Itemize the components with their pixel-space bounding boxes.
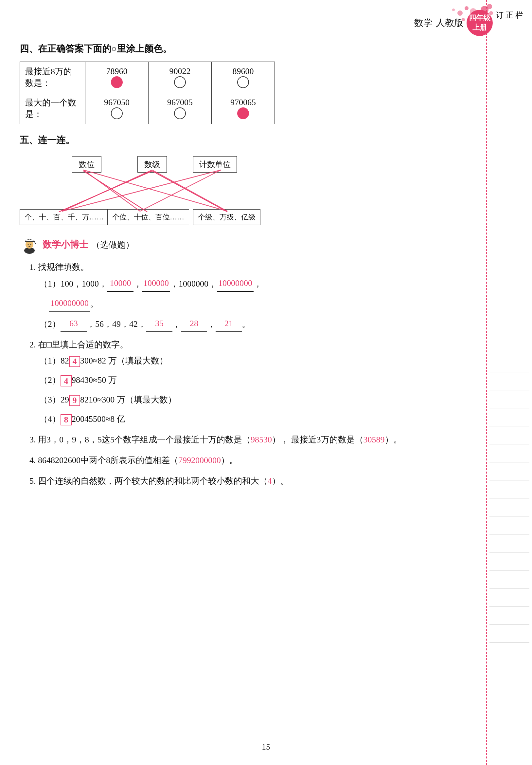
p2s1-text: （1）82 [39,356,69,366]
correction-line [489,336,529,354]
correction-char-1: 订 [496,10,503,20]
section4-title: 四、在正确答案下面的○里涂上颜色。 [20,43,480,55]
correction-line [489,264,529,282]
p3-ans2: 30589 [364,435,385,444]
doctor-section: 数学小博士 （选做题） 1. 找规律填数。 （1）100，1000，10000，… [20,235,480,489]
p3-label4: ）。 [385,435,402,444]
problem2-sub1: （1）824300≈82 万（填最大数） [39,353,480,369]
correction-line [489,588,529,606]
problem1-sub2: （2）63，56，49，42，35，28，21。 [39,316,480,332]
option-90022: 90022 [148,62,212,93]
section5-title: 五、连一连。 [20,134,480,146]
p1s2-mid1: ，56，49，42， [87,319,146,329]
p2s2-box: 4 [61,375,72,386]
p1s2-mid2: ， [172,319,181,329]
p3-label2: ）， [272,435,289,444]
correction-line [489,228,529,246]
connect-box-wide-1: 个、十、百、千、万…… [20,209,109,225]
bottom-box-3: 个级、万级、亿级 [193,209,260,225]
p4-label: 4. 8648202600中两个8所表示的值相差（ [29,455,178,465]
page-header: 数学 人教版 四年级 上册 [414,10,493,36]
section5: 五、连一连。 数位 数级 计数单位 个、十、百、千、万…… 个位、十位、百位…… [20,134,480,228]
grade-line2: 上册 [472,23,487,32]
connect-box-shuwei: 数位 [72,156,102,173]
p1s1-end: 。 [90,299,99,309]
svg-line-22 [34,241,35,243]
option-78960: 78960 [86,62,148,93]
connect-area: 数位 数级 计数单位 个、十、百、千、万…… 个位、十位、百位…… 个级、万级、… [20,153,281,228]
correction-line [489,408,529,426]
circle-filled-1 [111,76,123,88]
circle-empty-1 [174,76,186,88]
correction-line [489,516,529,534]
correction-line [489,318,529,336]
doctor-title: 数学小博士 [43,239,88,251]
correction-line [489,426,529,444]
svg-line-15 [62,170,221,211]
correction-title: 订 正 栏 [487,0,532,27]
svg-line-17 [84,170,227,211]
p2s1-text2: 300≈82 万（填最大数） [80,356,168,366]
correction-line [489,534,529,552]
problem1: 1. 找规律填数。 （1）100，1000，10000，100000，10000… [29,260,480,332]
subject-label: 数学 [414,17,432,29]
p2s4-text2: 20045500≈8 亿 [72,414,125,424]
p1s2-end: 。 [242,319,250,329]
main-content: 四、在正确答案下面的○里涂上颜色。 最接近8万的数是： 78960 90022 … [20,43,480,494]
p2s3-box: 9 [69,395,80,406]
connect-box-jishu: 计数单位 [193,156,237,173]
problem5: 5. 四个连续的自然数，两个较大的数的和比两个较小数的和大（4）。 [29,473,480,489]
option-967005: 967005 [148,93,212,124]
correction-char-3: 栏 [515,10,523,20]
correction-line [489,138,529,156]
p1s1-mid1: ， [133,279,142,289]
page-number: 15 [262,742,270,752]
p1s2-ans2: 35 [146,316,172,332]
p1s2-ans4: 21 [216,316,242,332]
p1s2-ans1: 63 [61,316,87,332]
correction-char-2: 正 [505,10,513,20]
svg-point-24 [28,244,29,245]
p1s1-mid2: ，1000000， [170,279,217,289]
edition-label: 人教版 [436,17,463,29]
table-row-2: 最大的一个数是： 967050 967005 970065 [20,93,275,124]
correction-lines [487,27,532,646]
connect-box-wide-2: 个位、十位、百位…… [107,209,189,225]
correction-line [489,606,529,624]
p2s4-box: 8 [61,414,72,425]
p3-label3: 最接近3万的数是（ [291,435,364,444]
p2s1-box: 4 [69,356,80,367]
svg-line-13 [62,170,152,211]
p1s1-before: （1）100，1000， [39,279,107,289]
problem1-sub1: （1）100，1000，10000，100000，1000000，1000000… [39,275,480,292]
p2s3-text: （3）29 [39,395,69,404]
option-967050: 967050 [86,93,148,124]
p2s3-text2: 8210≈300 万（填最大数） [80,395,176,404]
correction-line [489,84,529,102]
svg-line-12 [84,170,140,211]
correction-column: 订 正 栏 [486,0,532,765]
problem1-sub1-cont: 100000000。 [49,295,480,312]
correction-line [489,444,529,462]
p2s2-text2: 98430≈50 万 [72,375,117,385]
problem2-label: 2. 在□里填上合适的数字。 [29,340,128,350]
correction-line [489,390,529,408]
circle-empty-4 [174,107,186,119]
p1s2-ans3: 28 [181,316,207,332]
p5-label2: ）。 [272,476,289,486]
option-89600: 89600 [212,62,275,93]
top-box-shuwei: 数位 [72,156,102,173]
correction-line [489,300,529,318]
p1s1-ans2: 100000 [142,275,170,292]
correction-line [489,480,529,498]
p2s2-text: （2） [39,375,61,385]
correction-line [489,102,529,120]
connect-box-wide-3: 个级、万级、亿级 [193,209,260,225]
p4-ans: 7992000000 [178,455,221,465]
p4-label2: ）。 [221,455,238,465]
p3-label: 3. 用3，0，9，8，5这5个数字组成一个最接近十万的数是（ [29,435,251,444]
p1s2-mid3: ， [207,319,216,329]
correction-line [489,48,529,66]
answer-table: 最接近8万的数是： 78960 90022 89600 最大的一个数是： 967… [20,62,275,124]
doctor-icon [20,235,39,255]
